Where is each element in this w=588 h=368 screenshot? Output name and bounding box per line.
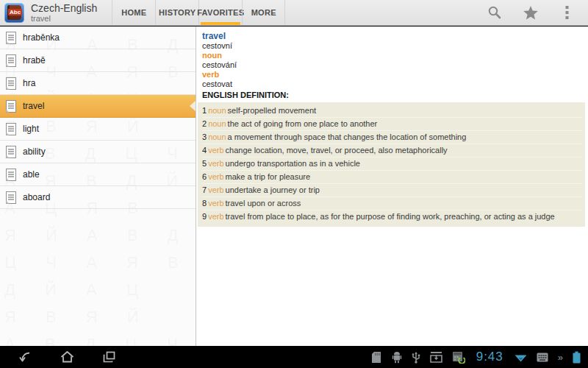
- document-icon: [6, 77, 16, 90]
- definition-text: a movement through space that changes th…: [228, 132, 467, 141]
- sidebar-item-able[interactable]: able: [0, 163, 196, 186]
- app-icon-label: Abc: [8, 9, 22, 15]
- status-icons: 9:43: [371, 350, 581, 364]
- sidebar-item-label: able: [23, 169, 40, 180]
- definition-row: 3nouna movement through space that chang…: [202, 131, 582, 144]
- overflow-menu-button[interactable]: [559, 4, 575, 21]
- definition-pos: verb: [208, 212, 223, 221]
- definition-heading: ENGLISH DEFINITION:: [202, 90, 585, 100]
- definition-number: 4: [202, 146, 207, 155]
- sidebar-item-hra[interactable]: hra: [0, 72, 196, 95]
- definition-pos: verb: [208, 146, 223, 155]
- document-icon: [6, 100, 16, 113]
- definition-pos: noun: [208, 106, 226, 115]
- definition-number: 3: [202, 132, 207, 141]
- tab-label: MORE: [251, 8, 276, 17]
- sidebar-item-label: hrabě: [23, 55, 46, 66]
- recent-apps-button[interactable]: [100, 350, 118, 364]
- tab-more[interactable]: MORE: [242, 0, 285, 25]
- chevrons-icon: »: [558, 353, 563, 362]
- definition-text: undergo transportation as in a vehicle: [226, 159, 360, 168]
- definition-number: 6: [202, 172, 207, 181]
- sidebar-item-ability[interactable]: ability: [0, 141, 196, 163]
- clock: 9:43: [476, 350, 503, 364]
- part-of-speech: verb: [202, 70, 585, 79]
- definition-row: 8verbtravel upon or across: [202, 197, 582, 210]
- tab-home[interactable]: HOME: [112, 0, 155, 25]
- entry-lines: cestovnínouncestováníverbcestovat: [202, 41, 585, 89]
- tab-label: FAVORITES: [197, 8, 244, 17]
- tab-history[interactable]: HISTORY: [155, 0, 198, 25]
- definition-text: undertake a journey or trip: [226, 185, 320, 194]
- definition-number: 2: [202, 119, 207, 128]
- definition-text: make a trip for pleasure: [226, 172, 311, 181]
- sidebar-item-travel[interactable]: travel: [0, 95, 196, 118]
- system-bar: 9:43: [0, 346, 588, 368]
- sidebar-item-label: hraběnka: [23, 32, 60, 43]
- definition-pos: verb: [208, 199, 223, 208]
- definition-list: 1nounself-propelled movement2nounthe act…: [198, 102, 585, 227]
- sidebar-item-label: light: [23, 124, 39, 134]
- definition-text: the act of going from one place to anoth…: [228, 119, 378, 128]
- recent-apps-icon: [102, 350, 116, 364]
- translation: cestovat: [202, 79, 585, 89]
- sidebar-item-hraběnka[interactable]: hraběnka: [0, 26, 196, 49]
- definition-pos: noun: [208, 132, 226, 141]
- action-buttons: [487, 0, 575, 25]
- definition-row: 2nounthe act of going from one place to …: [202, 118, 582, 131]
- usb-connected-icon: [412, 351, 420, 364]
- definition-text: change location, move, travel, or procee…: [226, 146, 448, 155]
- definition-row: 1nounself-propelled movement: [202, 105, 582, 118]
- app-bar: Abc Czech-English travel HOMEHISTORYFAVO…: [0, 0, 588, 26]
- home-button[interactable]: [58, 350, 76, 364]
- app-icon: Abc: [4, 3, 24, 23]
- sidebar-item-hrabě[interactable]: hrabě: [0, 49, 196, 72]
- document-icon: [6, 32, 16, 44]
- definition-number: 5: [202, 159, 207, 168]
- definition-text: travel upon or across: [226, 199, 301, 208]
- usb-debugging-icon: [391, 351, 402, 364]
- definition-pos: noun: [208, 119, 226, 128]
- main-area: Я Й А В Д Ц Ч А Я В Д Й А Ц Я В Я Й А В …: [0, 26, 588, 346]
- translation: cestovní: [202, 41, 585, 51]
- document-icon: [6, 191, 16, 204]
- storage-tray-icon: [430, 351, 442, 363]
- tab-bar: HOMEHISTORYFAVORITESMORE: [112, 0, 285, 25]
- keyboard-icon: [537, 353, 548, 362]
- overflow-menu-icon: [565, 5, 569, 20]
- definition-text: self-propelled movement: [228, 106, 316, 115]
- back-icon: [18, 350, 32, 364]
- sidebar-item-aboard[interactable]: aboard: [0, 186, 196, 209]
- app-title: Czech-English: [31, 3, 97, 14]
- translation: cestování: [202, 60, 585, 70]
- entry-headword: travel: [202, 31, 585, 41]
- definition-pos: verb: [208, 159, 223, 168]
- wifi-icon: [514, 352, 527, 363]
- sync-icon: [452, 351, 465, 364]
- word-list[interactable]: hraběnka hrabě hra travel: [0, 26, 196, 209]
- definition-number: 1: [202, 106, 207, 115]
- tab-label: HISTORY: [159, 8, 196, 17]
- screen: Abc Czech-English travel HOMEHISTORYFAVO…: [0, 0, 588, 368]
- tab-label: HOME: [121, 8, 146, 17]
- favorite-button[interactable]: [523, 4, 539, 21]
- sd-card-icon: [371, 351, 381, 364]
- search-button[interactable]: [487, 4, 503, 21]
- definition-panel: travel cestovnínouncestováníverbcestovat…: [196, 26, 588, 346]
- document-icon: [6, 123, 16, 135]
- sidebar-item-label: ability: [23, 146, 46, 157]
- tab-favorites[interactable]: FAVORITES: [198, 0, 242, 25]
- document-icon: [6, 146, 16, 158]
- definition-number: 9: [202, 212, 207, 221]
- definition-number: 8: [202, 199, 207, 208]
- sidebar-item-label: travel: [23, 101, 44, 111]
- back-button[interactable]: [16, 350, 34, 364]
- sidebar-item-light[interactable]: light: [0, 118, 196, 141]
- word-list-panel: Я Й А В Д Ц Ч А Я В Д Й А Ц Я В Я Й А В …: [0, 26, 196, 346]
- part-of-speech: noun: [202, 51, 585, 60]
- definition-row: 4verbchange location, move, travel, or p…: [202, 144, 582, 158]
- definition-text: travel from place to place, as for the p…: [226, 212, 555, 221]
- battery-icon: [573, 351, 581, 364]
- sidebar-item-label: aboard: [23, 192, 50, 202]
- definition-number: 7: [202, 185, 207, 194]
